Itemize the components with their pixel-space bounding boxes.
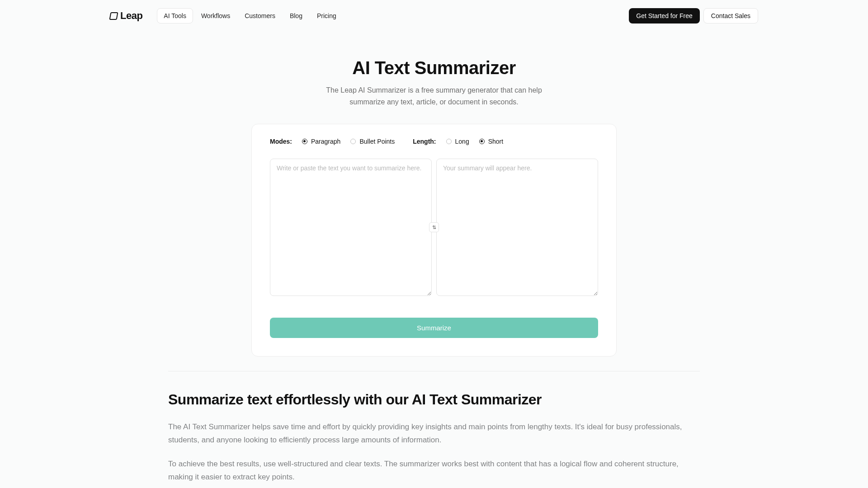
nav-workflows[interactable]: Workflows xyxy=(195,9,236,23)
length-option-label: Long xyxy=(455,138,469,145)
nav-customers[interactable]: Customers xyxy=(238,9,282,23)
nav-pricing[interactable]: Pricing xyxy=(311,9,343,23)
radio-icon xyxy=(350,139,356,144)
content-paragraph: The AI Text Summarizer helps save time a… xyxy=(168,421,700,447)
output-textarea[interactable] xyxy=(436,159,598,296)
swap-icon: ⇅ xyxy=(432,225,436,230)
divider xyxy=(168,371,700,371)
brand-logo[interactable]: Leap xyxy=(105,10,142,22)
content-wrapper: Summarize text effortlessly with our AI … xyxy=(105,371,763,484)
swap-button[interactable]: ⇅ xyxy=(429,222,439,232)
length-long[interactable]: Long xyxy=(446,138,469,145)
modes-label: Modes: xyxy=(270,138,292,145)
contact-sales-button[interactable]: Contact Sales xyxy=(703,8,758,23)
input-textarea[interactable] xyxy=(270,159,432,296)
nav-ai-tools[interactable]: AI Tools xyxy=(157,8,193,23)
nav-blog[interactable]: Blog xyxy=(283,9,309,23)
mode-paragraph[interactable]: Paragraph xyxy=(302,138,340,145)
logo-icon xyxy=(109,12,118,20)
get-started-button[interactable]: Get Started for Free xyxy=(629,8,700,23)
page-subtitle: The Leap AI Summarizer is a free summary… xyxy=(307,84,561,108)
mode-bullet-points[interactable]: Bullet Points xyxy=(350,138,395,145)
page-title: AI Text Summarizer xyxy=(0,58,868,78)
content-paragraph: To achieve the best results, use well-st… xyxy=(168,458,700,484)
header: Leap AI Tools Workflows Customers Blog P… xyxy=(105,0,763,32)
modes-group: Modes: Paragraph Bullet Points xyxy=(270,138,395,145)
length-option-label: Short xyxy=(488,138,503,145)
summarize-button[interactable]: Summarize xyxy=(270,318,598,338)
content-heading: Summarize text effortlessly with our AI … xyxy=(168,391,700,408)
radio-icon xyxy=(302,139,307,144)
header-left: Leap AI Tools Workflows Customers Blog P… xyxy=(105,8,343,23)
radio-icon xyxy=(479,139,485,144)
brand-name: Leap xyxy=(120,10,142,22)
main-nav: AI Tools Workflows Customers Blog Pricin… xyxy=(157,8,342,23)
hero: AI Text Summarizer The Leap AI Summarize… xyxy=(0,58,868,108)
radio-icon xyxy=(446,139,452,144)
content-section: Summarize text effortlessly with our AI … xyxy=(168,391,700,484)
summarizer-card: Modes: Paragraph Bullet Points Length: L… xyxy=(251,124,617,357)
mode-label: Bullet Points xyxy=(359,138,395,145)
text-panes: ⇅ xyxy=(270,159,598,296)
mode-label: Paragraph xyxy=(311,138,340,145)
length-short[interactable]: Short xyxy=(479,138,503,145)
length-group: Length: Long Short xyxy=(413,138,503,145)
length-label: Length: xyxy=(413,138,436,145)
header-right: Get Started for Free Contact Sales xyxy=(629,8,763,23)
controls-row: Modes: Paragraph Bullet Points Length: L… xyxy=(270,138,598,145)
